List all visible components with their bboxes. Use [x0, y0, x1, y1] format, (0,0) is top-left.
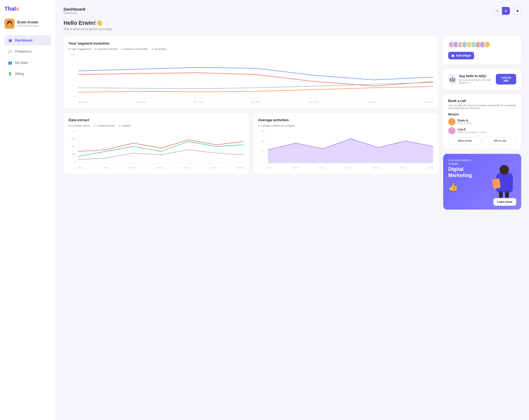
legend-item: Average activities per contacts: [258, 124, 295, 127]
team-avatars-card: ▦ Add widget: [443, 36, 521, 64]
x-axis: Apr 1Apr 5Apr 10Apr 15Apr 20Apr 25Apr 30: [78, 166, 244, 169]
avatar: 🧑: [4, 19, 14, 29]
user-block[interactable]: 🧑 Erwin Arnold Marketing Manager: [4, 19, 51, 29]
call-sub: You can talk with one if our experts exc…: [448, 104, 516, 110]
legend-item: High engagement: [69, 48, 91, 50]
activities-chart: 150100500 Apr 1Apr 5Apr 10Apr 15Apr 20Ap…: [258, 130, 433, 169]
user-role: Marketing Manager: [17, 24, 39, 27]
legend-item: No-activity: [152, 48, 166, 50]
chart-icon: 📈: [8, 49, 12, 54]
mentor-row: Erwin A. CEO of Thalox: [448, 118, 516, 125]
chart-legend: Company extract Contacts extract Activit…: [69, 124, 244, 127]
mentors-label: Mentors: [448, 113, 516, 116]
legend-item: Inactive or subscriber: [121, 48, 148, 50]
mentor-name: Erwin A.: [458, 119, 472, 122]
sidebar-item-label: Predictions: [15, 50, 31, 54]
legend-item: Dormant potential: [95, 48, 117, 50]
sidebar-item-label: Dashboard: [15, 38, 33, 42]
greeting-sub: This is what we've got for you today.: [64, 27, 521, 31]
mentor-role: CEO of Thalox: [458, 122, 472, 125]
page-title: Dashboard: [64, 7, 85, 11]
sidebar-item-label: Billing: [15, 72, 24, 76]
add-widget-button[interactable]: ▦ Add widget: [448, 52, 474, 59]
mentor-name: Lisa F.: [458, 128, 487, 131]
sidebar: Thalx 🧑 Erwin Arnold Marketing Manager ▦…: [0, 0, 56, 420]
avatar: [448, 118, 455, 125]
tally-title: Say hello to tally!: [459, 74, 494, 78]
wave-icon: 👋: [96, 20, 103, 26]
character-illustration: [494, 165, 518, 198]
theme-light-button[interactable]: ☀: [502, 7, 510, 15]
call-title: Book a call: [448, 99, 516, 103]
talk-to-erwin-button[interactable]: Talk to Erwin: [448, 137, 481, 144]
grid-plus-icon: ▦: [452, 54, 454, 57]
average-activities-card: Average activities Average activities pe…: [253, 113, 438, 174]
card-title: Your segment evolution: [69, 41, 433, 45]
theme-toggle: ☾ ☀: [494, 7, 510, 15]
breadcrumb: Dashboard: [64, 11, 85, 14]
y-axis: 150100500: [258, 130, 267, 163]
team-avatar[interactable]: [484, 41, 491, 48]
moon-icon: ☾: [496, 9, 500, 13]
y-axis: 5 000 0: [69, 53, 77, 98]
tally-card: 🤖 Say hello to tally! Do you need help? …: [443, 69, 521, 89]
x-axis: Apr 1Apr 5Apr 10Apr 15Apr 20Apr 25Apr 30: [268, 166, 433, 169]
legend-item: Activities: [119, 124, 131, 127]
mentor-role: Marketing Manager of Thalox: [458, 131, 487, 133]
team-icon: 👥: [8, 60, 12, 65]
thumbs-up-icon: 👍: [448, 182, 459, 193]
chart-legend: Average activities per contacts: [258, 124, 433, 127]
svg-marker-0: [268, 139, 433, 163]
promo-card: Free online platform To learn DigitalMar…: [443, 154, 521, 210]
talk-to-tally-button[interactable]: Let's to talk: [496, 74, 516, 84]
extract-chart: 1K9003001000 Apr 1Apr 5Apr 10Apr 15Apr 2…: [69, 130, 244, 169]
billing-icon: 💲: [8, 72, 12, 76]
card-title: Data extract: [69, 118, 244, 122]
user-name: Erwin Arnold: [17, 20, 39, 24]
tally-sub: Do you need help? Let's talk about it :): [459, 79, 494, 84]
book-call-card: Book a call You can talk with one if our…: [443, 94, 521, 149]
main: Dashboard Dashboard ☾ ☀ ✦ Hello Erwin!👋 …: [56, 0, 529, 420]
theme-dark-button[interactable]: ☾: [494, 7, 502, 15]
card-title: Average activities: [258, 118, 433, 122]
greeting: Hello Erwin!👋: [64, 20, 521, 26]
grid-icon: ▦: [8, 38, 12, 43]
promo-eyebrow: Free online platform: [448, 159, 516, 162]
y-axis: 1K9003001000: [69, 130, 77, 163]
sparkle-icon: ✦: [516, 8, 519, 14]
sun-icon: ☀: [504, 9, 508, 13]
legend-item: Company extract: [69, 124, 90, 127]
robot-icon: 🤖: [448, 74, 456, 84]
legend-item: Contacts extract: [94, 124, 114, 127]
sidebar-item-label: My team: [15, 61, 28, 65]
avatar: [448, 127, 455, 134]
segment-chart: 5 000 0 Mar 2024Feb 2024Mar 2024Apr 2024…: [69, 53, 433, 103]
topbar: Dashboard Dashboard ☾ ☀ ✦: [64, 7, 521, 15]
sidebar-item-dashboard[interactable]: ▦ Dashboard: [4, 35, 51, 45]
logo: Thalx: [4, 6, 51, 12]
ai-sparkle-button[interactable]: ✦: [513, 7, 521, 15]
sidebar-item-billing[interactable]: 💲 Billing: [4, 69, 51, 79]
sidebar-item-predictions[interactable]: 📈 Predictions: [4, 47, 51, 57]
segment-evolution-card: Your segment evolution High engagement D…: [64, 36, 438, 108]
data-extract-card: Data extract Company extract Contacts ex…: [64, 113, 249, 174]
mentor-row: Lisa F. Marketing Manager of Thalox: [448, 127, 516, 134]
x-axis: Mar 2024Feb 2024Mar 2024Apr 2024May 2024…: [78, 101, 433, 103]
talk-to-lisa-button[interactable]: Talk to Lisa: [483, 137, 516, 144]
chart-legend: High engagement Dormant potential Inacti…: [69, 48, 433, 50]
avatar-strip: [448, 41, 491, 48]
sidebar-item-team[interactable]: 👥 My team: [4, 58, 51, 68]
learn-more-button[interactable]: Learn more: [493, 198, 516, 206]
